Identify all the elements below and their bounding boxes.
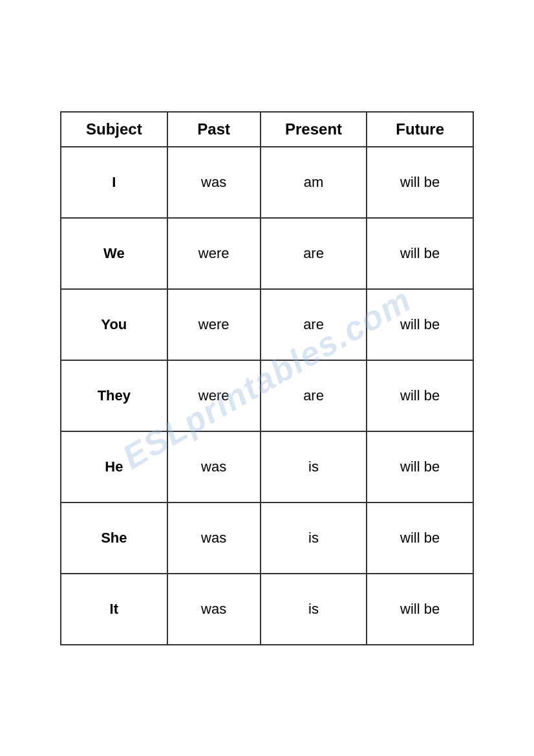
cell-past-2: were [167, 289, 261, 360]
cell-future-1: will be [367, 218, 473, 289]
cell-past-1: were [167, 218, 261, 289]
cell-future-4: will be [367, 431, 473, 502]
cell-subject-5: She [61, 502, 167, 574]
cell-future-6: will be [367, 574, 473, 645]
cell-future-2: will be [367, 289, 473, 360]
cell-past-5: was [167, 502, 261, 574]
cell-present-5: is [261, 502, 367, 574]
cell-past-3: were [167, 360, 261, 431]
cell-present-4: is [261, 431, 367, 502]
header-past: Past [167, 112, 261, 147]
cell-past-0: was [167, 147, 261, 218]
cell-subject-3: They [61, 360, 167, 431]
table-row: Theywerearewill be [61, 360, 473, 431]
cell-future-3: will be [367, 360, 473, 431]
header-future: Future [367, 112, 473, 147]
cell-past-4: was [167, 431, 261, 502]
cell-present-3: are [261, 360, 367, 431]
table-row: Hewasiswill be [61, 431, 473, 502]
cell-subject-4: He [61, 431, 167, 502]
table-row: Wewerearewill be [61, 218, 473, 289]
cell-present-2: are [261, 289, 367, 360]
table-row: Itwasiswill be [61, 574, 473, 645]
cell-future-0: will be [367, 147, 473, 218]
table-row: Youwerearewill be [61, 289, 473, 360]
cell-subject-2: You [61, 289, 167, 360]
header-subject: Subject [61, 112, 167, 147]
table-header-row: Subject Past Present Future [61, 112, 473, 147]
table-row: Shewasiswill be [61, 502, 473, 574]
cell-subject-1: We [61, 218, 167, 289]
cell-subject-0: I [61, 147, 167, 218]
cell-future-5: will be [367, 502, 473, 574]
cell-present-6: is [261, 574, 367, 645]
page-container: ESLprintables.com Subject Past Present F… [0, 0, 534, 756]
cell-present-0: am [261, 147, 367, 218]
cell-past-6: was [167, 574, 261, 645]
cell-present-1: are [261, 218, 367, 289]
cell-subject-6: It [61, 574, 167, 645]
table-row: Iwasamwill be [61, 147, 473, 218]
grammar-table: Subject Past Present Future Iwasamwill b… [60, 111, 474, 645]
header-present: Present [261, 112, 367, 147]
